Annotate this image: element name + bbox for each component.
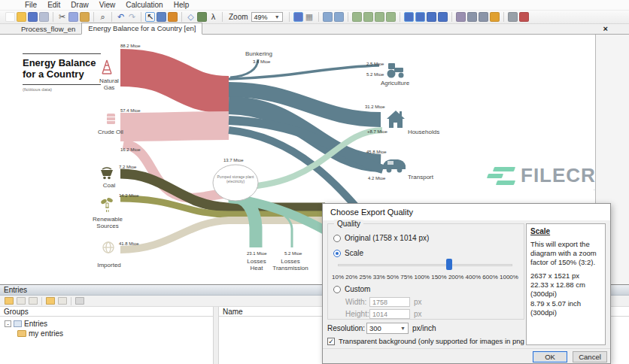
print-entries-icon[interactable] xyxy=(75,297,84,305)
radio-custom[interactable]: Custom xyxy=(333,285,370,293)
tree-item-label: Entries xyxy=(24,320,47,328)
resolution-row: Resolution: 300 ▼ px/inch xyxy=(327,323,436,334)
menu-item[interactable]: Draw xyxy=(65,1,93,9)
label-transport[interactable]: Transport xyxy=(402,174,439,180)
width-field[interactable] xyxy=(369,297,410,307)
fit-height-icon[interactable] xyxy=(334,12,344,22)
scale-slider-thumb[interactable] xyxy=(446,259,452,270)
radio-button-icon[interactable] xyxy=(333,286,341,293)
label-imported[interactable]: Imported xyxy=(90,262,128,268)
menu-item[interactable]: Help xyxy=(169,1,195,9)
value-renewable: 14.2 Mtoe xyxy=(119,193,139,198)
refresh-icon[interactable] xyxy=(456,12,466,22)
value-transport-extra: 4.2 Mtoe xyxy=(368,176,385,180)
cancel-button[interactable]: Cancel xyxy=(573,351,607,362)
checkbox-checked-icon[interactable]: ✓ xyxy=(327,338,335,345)
table-remove-icon[interactable] xyxy=(519,12,529,22)
print-icon[interactable] xyxy=(39,12,49,22)
label-households[interactable]: Households xyxy=(403,129,444,135)
label-losses-transmission[interactable]: Losses Transmission xyxy=(269,258,311,271)
align-center-icon[interactable] xyxy=(363,12,373,22)
slider-tick-label: 20% xyxy=(345,274,357,281)
menu-item[interactable]: Calculation xyxy=(120,1,168,9)
agriculture-tractor-icon xyxy=(387,63,404,78)
menu-item[interactable]: File xyxy=(20,1,42,9)
fit-page-icon[interactable] xyxy=(293,12,303,22)
close-document-icon[interactable]: × xyxy=(603,24,608,33)
flow-natural-gas[interactable] xyxy=(120,68,229,95)
paste-icon[interactable] xyxy=(80,12,90,22)
scale-slider-track[interactable] xyxy=(338,264,512,266)
open-icon[interactable] xyxy=(17,12,26,22)
label-natural-gas[interactable]: Natural Gas xyxy=(94,77,124,91)
redo-icon[interactable]: ↷ xyxy=(127,12,137,22)
align-left-icon[interactable] xyxy=(352,12,362,22)
value-agriculture-out: 5.2 Mtoe xyxy=(366,72,384,77)
process-tool-icon[interactable] xyxy=(156,12,166,22)
ok-button[interactable]: OK xyxy=(533,351,567,362)
chevron-down-icon: ▼ xyxy=(400,326,406,331)
label-renewable-sources[interactable]: Renewable Sources xyxy=(86,216,129,229)
window-tile-vertical-icon[interactable] xyxy=(427,12,436,22)
resolution-combobox[interactable]: 300 ▼ xyxy=(366,323,409,334)
print-preview-icon[interactable] xyxy=(479,12,488,22)
export-entries-icon[interactable] xyxy=(58,297,67,305)
tree-expander-icon[interactable]: - xyxy=(5,320,11,327)
new-entry-group-icon[interactable] xyxy=(5,297,14,305)
duplicate-entries-icon[interactable] xyxy=(29,297,38,305)
menu-item[interactable]: Edit xyxy=(42,1,65,9)
align-right-icon[interactable] xyxy=(375,12,384,22)
radio-button-icon[interactable] xyxy=(333,250,341,257)
stock-tool-icon[interactable]: ◇ xyxy=(186,12,196,22)
open-entry-group-icon[interactable] xyxy=(46,297,55,305)
tree-item-entries[interactable]: - Entries xyxy=(5,319,213,329)
settings-icon[interactable] xyxy=(467,12,477,22)
copy-icon[interactable] xyxy=(68,12,78,22)
table-icon[interactable] xyxy=(508,12,518,22)
grid-icon[interactable]: ▦ xyxy=(305,12,314,22)
flow-tool-icon[interactable] xyxy=(168,12,178,22)
fit-width-icon[interactable] xyxy=(323,12,333,22)
align-top-icon[interactable] xyxy=(386,12,396,22)
slider-tick-label: 75% xyxy=(400,274,412,281)
label-coal[interactable]: Coal xyxy=(96,182,122,189)
label-bunkering[interactable]: Bunkering xyxy=(241,50,277,57)
window-cascade-icon[interactable] xyxy=(404,12,414,22)
tree-item-my-entries[interactable]: my entries xyxy=(5,329,213,338)
radio-button-icon[interactable] xyxy=(333,235,341,242)
undo-icon[interactable]: ↶ xyxy=(116,12,126,22)
window-tile-horizontal-icon[interactable] xyxy=(415,12,425,22)
cut-icon[interactable]: ✂ xyxy=(57,12,67,22)
select-tool-icon[interactable]: ↖ xyxy=(145,12,155,22)
find-icon[interactable]: ⌕ xyxy=(98,12,108,22)
radio-scale[interactable]: Scale xyxy=(333,249,363,257)
dialog-separator xyxy=(323,348,610,349)
zoom-combobox[interactable]: 49% ▼ xyxy=(251,12,283,22)
label-crude-oil[interactable]: Crude Oil xyxy=(98,129,123,135)
esankey-application-window: FileEditDrawViewCalculationHelp ✂⌕↶↷↖◇λ … xyxy=(0,0,629,364)
label-losses-heat[interactable]: Losses Heat xyxy=(245,258,269,271)
label-agriculture[interactable]: Agriculture xyxy=(375,80,415,86)
tab-energy-balance[interactable]: Energy Balance for a Country [en] xyxy=(81,23,202,35)
slider-tick-label: 1000% xyxy=(500,274,518,281)
flow-imported[interactable] xyxy=(120,220,325,250)
package-icon[interactable] xyxy=(490,12,500,22)
radio-original[interactable]: Original (1758 x 1014 px) xyxy=(333,234,429,242)
separator xyxy=(71,297,71,305)
window-arrange-icon[interactable] xyxy=(438,12,448,22)
tab-process-flow[interactable]: Process_flow_en xyxy=(15,24,81,35)
menu-item[interactable]: View xyxy=(94,1,121,9)
info-size-inch: 8.79 x 5.07 inch (300dpi) xyxy=(530,299,601,318)
new-file-icon[interactable] xyxy=(5,12,15,22)
save-icon[interactable] xyxy=(28,12,38,22)
slider-tick-label: 25% xyxy=(360,274,372,281)
label-pumped-storage[interactable]: Pumped storage plant (electricity) xyxy=(214,174,257,184)
image-tool-icon[interactable] xyxy=(197,12,207,22)
add-entry-icon[interactable] xyxy=(17,297,26,305)
text-tool-icon[interactable]: λ xyxy=(208,12,218,22)
flow-crude-oil[interactable] xyxy=(120,126,229,127)
panel-splitter[interactable] xyxy=(214,307,219,364)
height-unit: px xyxy=(414,310,422,318)
separator xyxy=(41,297,42,305)
height-field[interactable] xyxy=(369,309,410,319)
